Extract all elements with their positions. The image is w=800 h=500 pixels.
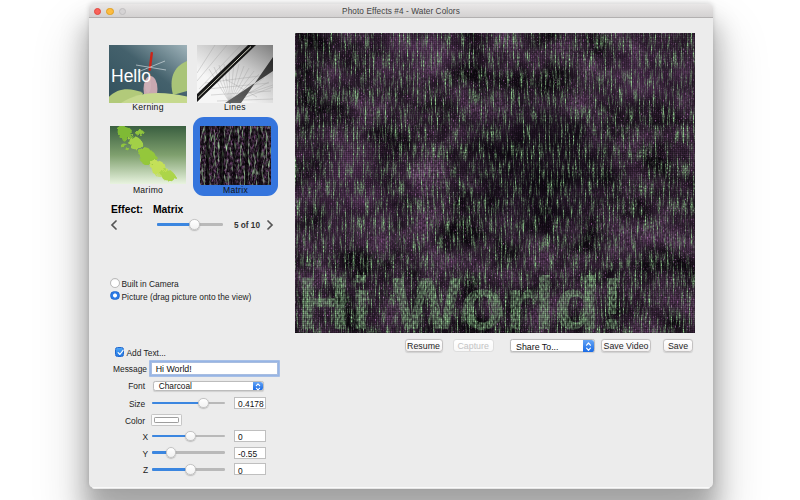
svg-text:Hello: Hello: [111, 66, 151, 86]
